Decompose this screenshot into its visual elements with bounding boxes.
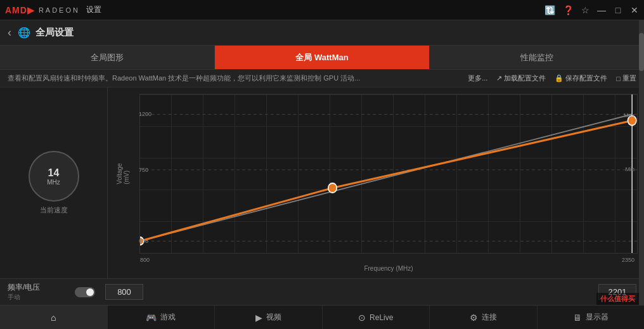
speed-circle: 14 MHz xyxy=(29,151,79,202)
chart-svg xyxy=(140,94,637,253)
nav-display-label: 显示器 xyxy=(586,312,609,323)
chart-wrapper[interactable]: Voltage(mV) xyxy=(139,94,638,254)
relive-icon: ⊙ xyxy=(358,313,366,323)
left-panel: 14 MHz 当前速度 xyxy=(0,87,108,278)
navbar: ‹ 🌐 全局设置 xyxy=(0,20,644,46)
tab-monitor[interactable]: 性能监控 xyxy=(430,46,644,69)
reset-button[interactable]: □ 重置 xyxy=(616,74,636,83)
save-icon: 🔒 xyxy=(555,74,564,82)
games-icon: 🎮 xyxy=(146,313,157,323)
more-button[interactable]: 更多... xyxy=(468,74,487,83)
min-label: Min xyxy=(625,166,634,172)
control-label: 频率/电压 xyxy=(8,282,65,293)
y-tick-1200: 1200 xyxy=(139,111,151,117)
y-tick-750: 750 xyxy=(139,167,148,173)
titlebar: AMD▶ RADEON 设置 🔃 ❓ ☆ — □ ✕ xyxy=(0,0,644,20)
scrollbar[interactable] xyxy=(639,20,644,305)
nav-video[interactable]: ▶ 视频 xyxy=(215,306,323,329)
chart-area: Voltage(mV) xyxy=(108,87,644,278)
x-tick-800: 800 xyxy=(140,257,150,263)
infobar-text: 查看和配置风扇转速和时钟频率。Radeon WattMan 技术是一种超频功能，… xyxy=(8,74,463,83)
svg-point-6 xyxy=(328,183,337,193)
x-axis-label: Frequency (MHz) xyxy=(139,265,638,272)
max-label: Max xyxy=(624,112,634,119)
scrollbar-thumb[interactable] xyxy=(639,33,644,71)
main-content: 14 MHz 当前速度 Voltage(mV) xyxy=(0,87,644,278)
y-axis-label: Voltage(mV) xyxy=(116,163,130,184)
nav-games[interactable]: 🎮 游戏 xyxy=(108,306,216,329)
bottom-nav: ⌂ 🎮 游戏 ▶ 视频 ⊙ ReLive ⚙ 连接 🖥 显示器 xyxy=(0,305,644,329)
minimize-button[interactable]: — xyxy=(597,6,606,15)
tab-bar: 全局图形 全局 WattMan 性能监控 xyxy=(0,46,644,70)
nav-connect[interactable]: ⚙ 连接 xyxy=(430,306,538,329)
svg-line-4 xyxy=(140,114,632,241)
nav-display[interactable]: 🖥 显示器 xyxy=(538,306,645,329)
y-tick-688: 688 xyxy=(139,238,148,244)
display-icon: 🖥 xyxy=(573,313,582,323)
control-sublabel: 手动 xyxy=(8,293,65,302)
infobar: 查看和配置风扇转速和时钟频率。Radeon WattMan 技术是一种超频功能，… xyxy=(0,70,644,87)
tab-graphics[interactable]: 全局图形 xyxy=(0,46,215,69)
speed-label: 当前速度 xyxy=(40,205,68,215)
nav-relive[interactable]: ⊙ ReLive xyxy=(323,306,430,329)
radeon-text: RADEON xyxy=(39,6,80,14)
globe-icon: 🌐 xyxy=(18,27,30,39)
speed-unit: MHz xyxy=(47,179,60,186)
back-button[interactable]: ‹ xyxy=(8,26,11,39)
home-icon: ⌂ xyxy=(51,313,56,323)
reset-icon: □ xyxy=(616,75,621,82)
tab-wattman[interactable]: 全局 WattMan xyxy=(215,46,430,69)
save-config-button[interactable]: 🔒 保存配置文件 xyxy=(555,74,607,83)
nav-video-label: 视频 xyxy=(266,312,281,323)
maximize-button[interactable]: □ xyxy=(614,6,622,15)
nav-relive-label: ReLive xyxy=(370,313,393,322)
nav-home[interactable]: ⌂ xyxy=(0,306,108,329)
app-title: 设置 xyxy=(86,4,101,15)
controls-row: 频率/电压 手动 800 2201 xyxy=(0,278,644,305)
nav-games-label: 游戏 xyxy=(160,312,176,323)
app-logo: AMD▶ RADEON 设置 xyxy=(5,4,101,15)
titlebar-icons: 🔃 ❓ ☆ — □ ✕ xyxy=(544,5,639,15)
x-tick-2350: 2350 xyxy=(622,257,634,263)
refresh-icon[interactable]: 🔃 xyxy=(544,5,555,15)
toggle-switch[interactable] xyxy=(75,287,95,297)
help-icon[interactable]: ❓ xyxy=(563,5,574,15)
connect-icon: ⚙ xyxy=(470,313,478,323)
speed-value: 14 xyxy=(48,167,60,179)
control-value-left[interactable]: 800 xyxy=(105,284,143,300)
star-icon[interactable]: ☆ xyxy=(581,5,589,15)
load-icon: ↗ xyxy=(496,74,502,82)
page-title: 全局设置 xyxy=(35,27,74,39)
close-button[interactable]: ✕ xyxy=(630,6,639,15)
load-config-button[interactable]: ↗ 加载配置文件 xyxy=(496,74,546,83)
amd-logo: AMD▶ xyxy=(5,5,35,15)
infobar-actions: 更多... ↗ 加载配置文件 🔒 保存配置文件 □ 重置 xyxy=(468,74,636,83)
control-label-group: 频率/电压 手动 xyxy=(8,282,65,302)
nav-connect-label: 连接 xyxy=(482,312,497,323)
watermark: 什么值得买 xyxy=(596,293,639,305)
video-icon: ▶ xyxy=(255,313,262,323)
